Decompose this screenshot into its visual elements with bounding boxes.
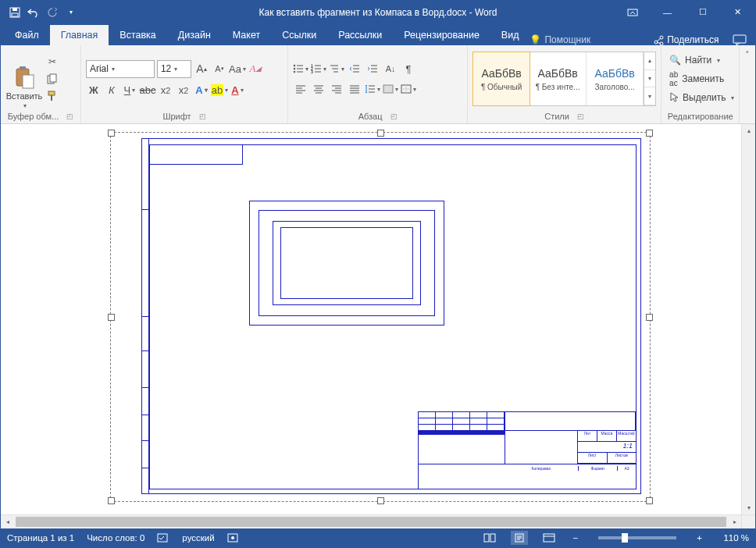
underline-button[interactable]: Ч▾ — [122, 83, 137, 98]
zoom-out-button[interactable]: − — [570, 533, 582, 543]
show-marks-icon[interactable]: ¶ — [401, 61, 416, 77]
gallery-up-icon[interactable]: ▴ — [644, 52, 655, 70]
zoom-slider[interactable] — [598, 536, 676, 539]
page-indicator[interactable]: Страница 1 из 1 — [7, 533, 74, 543]
dialog-launcher-icon[interactable]: ◰ — [66, 112, 73, 120]
styles-gallery[interactable]: АаБбВв ¶ Обычный АаБбВв ¶ Без инте... Аа… — [472, 52, 656, 106]
svg-rect-28 — [544, 534, 555, 542]
align-left-icon[interactable] — [293, 81, 308, 97]
numbering-icon[interactable]: 123▾ — [311, 61, 326, 77]
resize-handle[interactable] — [377, 130, 384, 137]
read-mode-icon[interactable] — [481, 531, 498, 545]
scroll-down-icon[interactable]: ▾ — [742, 501, 755, 514]
word-count[interactable]: Число слов: 0 — [87, 533, 144, 543]
strikethrough-button[interactable]: abc — [140, 83, 155, 98]
bullets-icon[interactable]: ▾ — [293, 61, 308, 77]
tab-review[interactable]: Рецензирование — [393, 25, 490, 45]
shrink-font-icon[interactable]: A▾ — [212, 61, 227, 77]
tab-references[interactable]: Ссылки — [271, 25, 327, 45]
shading-icon[interactable]: ▾ — [383, 81, 398, 97]
format-painter-icon[interactable] — [46, 90, 59, 102]
collapse-ribbon-icon[interactable]: ˄ — [745, 50, 750, 60]
resize-handle[interactable] — [377, 497, 384, 504]
align-right-icon[interactable] — [329, 81, 344, 97]
line-spacing-icon[interactable]: ▾ — [365, 81, 380, 97]
highlight-icon[interactable]: ab▾ — [212, 83, 227, 98]
bold-button[interactable]: Ж — [86, 83, 102, 98]
dialog-launcher-icon[interactable]: ◰ — [199, 112, 206, 120]
select-button[interactable]: Выделить▾ — [669, 90, 734, 105]
print-layout-icon[interactable] — [511, 531, 528, 545]
undo-icon[interactable] — [27, 6, 40, 19]
justify-icon[interactable] — [347, 81, 362, 97]
tab-mailings[interactable]: Рассылки — [327, 25, 393, 45]
style-heading[interactable]: АаБбВв Заголово... — [587, 52, 644, 105]
paste-button[interactable]: Вставить ▾ — [5, 48, 43, 109]
maximize-button[interactable]: ☐ — [685, 1, 720, 23]
zoom-level[interactable]: 110 % — [718, 533, 749, 543]
clear-format-icon[interactable]: A◢ — [248, 61, 263, 77]
tab-layout[interactable]: Макет — [222, 25, 271, 45]
italic-button[interactable]: К — [104, 83, 119, 98]
align-center-icon[interactable] — [311, 81, 326, 97]
language-indicator[interactable]: русский — [182, 533, 214, 543]
zoom-in-button[interactable]: + — [694, 533, 705, 543]
tab-insert[interactable]: Вставка — [109, 25, 166, 45]
grow-font-icon[interactable]: A▴ — [194, 61, 209, 77]
horizontal-scrollbar[interactable]: ◂ ▸ — [1, 514, 741, 528]
tab-design[interactable]: Дизайн — [167, 25, 222, 45]
dialog-launcher-icon[interactable]: ◰ — [577, 112, 584, 120]
resize-handle[interactable] — [108, 314, 115, 321]
cut-icon[interactable]: ✂ — [46, 55, 59, 68]
tab-home[interactable]: Главная — [50, 25, 109, 45]
ribbon-display-options-button[interactable] — [615, 1, 650, 23]
resize-handle[interactable] — [646, 497, 653, 504]
tab-view[interactable]: Вид — [490, 25, 530, 45]
save-icon[interactable] — [9, 6, 21, 19]
redo-icon[interactable] — [46, 6, 59, 19]
increase-indent-icon[interactable] — [365, 61, 380, 77]
find-button[interactable]: 🔍Найти▾ — [669, 52, 734, 68]
close-button[interactable]: ✕ — [720, 1, 755, 23]
comments-icon[interactable] — [733, 34, 747, 45]
style-normal[interactable]: АаБбВв ¶ Обычный — [472, 52, 530, 106]
scroll-right-icon[interactable]: ▸ — [728, 515, 741, 528]
zoom-slider-knob[interactable] — [622, 533, 628, 543]
web-layout-icon[interactable] — [540, 531, 558, 545]
borders-icon[interactable]: ▾ — [401, 81, 416, 97]
decrease-indent-icon[interactable] — [347, 61, 362, 77]
qat-customize-icon[interactable]: ▾ — [65, 6, 77, 19]
svg-point-15 — [294, 68, 295, 69]
document-canvas[interactable]: ЛитМассаМасштаб 1:1 ЛистЛистов Копировал… — [1, 124, 741, 514]
gallery-more-icon[interactable]: ▾ — [644, 87, 655, 105]
superscript-button[interactable]: x2 — [176, 83, 191, 98]
vertical-scrollbar[interactable]: ▴ ▾ — [741, 124, 755, 514]
font-name-combo[interactable]: Arial▾ — [86, 60, 155, 78]
tab-file[interactable]: Файл — [4, 25, 50, 45]
spellcheck-icon[interactable] — [157, 532, 169, 543]
resize-handle[interactable] — [108, 130, 115, 137]
minimize-button[interactable]: — — [650, 1, 685, 23]
sort-icon[interactable]: А↓ — [383, 61, 398, 77]
font-size-combo[interactable]: 12▾ — [157, 60, 191, 78]
text-effects-icon[interactable]: A▾ — [194, 83, 209, 98]
copy-icon[interactable] — [46, 73, 59, 85]
dialog-launcher-icon[interactable]: ◰ — [390, 112, 398, 120]
tell-me-helper[interactable]: 💡 Помощник — [530, 34, 590, 45]
style-name: ¶ Обычный — [481, 83, 522, 91]
style-no-spacing[interactable]: АаБбВв ¶ Без инте... — [530, 52, 587, 105]
resize-handle[interactable] — [646, 130, 653, 137]
scroll-up-icon[interactable]: ▴ — [742, 124, 755, 137]
macro-icon[interactable] — [227, 533, 238, 543]
multilevel-list-icon[interactable]: ▾ — [329, 61, 344, 77]
scroll-thumb[interactable] — [16, 517, 726, 527]
resize-handle[interactable] — [108, 497, 115, 504]
font-color-icon[interactable]: A▾ — [230, 83, 245, 98]
resize-handle[interactable] — [646, 314, 653, 321]
gallery-down-icon[interactable]: ▾ — [644, 70, 655, 88]
share-button[interactable]: Поделиться — [653, 34, 719, 45]
subscript-button[interactable]: x2 — [158, 83, 173, 98]
scroll-left-icon[interactable]: ◂ — [1, 515, 14, 528]
replace-button[interactable]: abacЗаменить — [669, 71, 734, 87]
change-case-icon[interactable]: Aa▾ — [230, 61, 245, 77]
